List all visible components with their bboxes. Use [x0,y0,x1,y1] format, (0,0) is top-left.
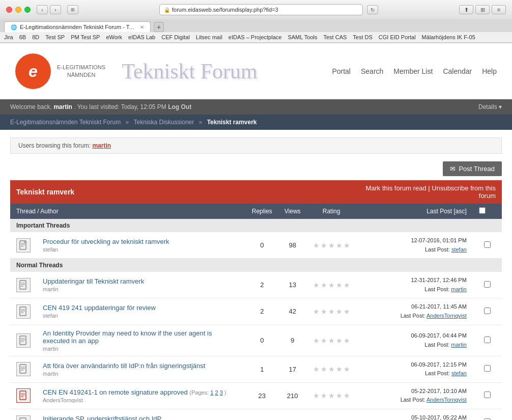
nav-portal[interactable]: Portal [332,67,351,75]
thread-title-cell: Uppdateringar till Tekniskt ramverk mart… [37,272,246,298]
thread-checkbox-cell [473,382,502,409]
forward-button[interactable]: › [50,5,61,14]
important-threads-header: Important Threads [10,219,502,232]
thread-title-link[interactable]: CEN EN 419241-1 on remote signature appr… [43,388,188,396]
document-icon [19,280,28,290]
bookmark-litsec-mail[interactable]: Litsec mail [196,34,222,40]
thread-checkbox-cell [473,325,502,356]
details-label: Details [478,103,497,110]
reload-button[interactable]: ↻ [367,5,378,14]
thread-title-link[interactable]: An Identity Provider may need to know if… [43,329,212,345]
tab-close-button[interactable]: ✕ [140,24,144,30]
nav-expand-button[interactable]: ⊞ [67,5,78,14]
sidebar-toggle-button[interactable]: ≡ [492,5,506,14]
star-3: ★ [328,418,335,420]
nav-search[interactable]: Search [361,67,383,75]
thread-checkbox[interactable] [484,281,491,288]
thread-title-link[interactable]: CEN 419 241 uppdateringar för review [43,304,156,312]
last-post-author-link[interactable]: AndersTornqvist [426,313,467,319]
normal-threads-header: Normal Threads [10,259,502,272]
bookmark-eidas-projectplace[interactable]: eIDAS – Projectplace [229,34,282,40]
nav-calendar[interactable]: Calendar [443,67,472,75]
star-3: ★ [328,391,335,400]
bookmark-cgi-eid-portal[interactable]: CGI EID Portal [379,34,416,40]
last-post-author-link[interactable]: AndersTornqvist [426,397,467,403]
thread-checkbox[interactable] [484,307,491,314]
star-5: ★ [344,418,350,420]
last-post-author-link[interactable]: stefan [451,246,467,253]
last-post-author-link[interactable]: martin [451,286,467,292]
thread-checkbox[interactable] [484,418,491,420]
thread-checkbox[interactable] [484,365,491,372]
table-row: Att föra över användarinfo till IdP:n fr… [10,356,502,382]
nav-help[interactable]: Help [482,67,497,75]
thread-title-link[interactable]: Att föra över användarinfo till IdP:n fr… [43,362,205,370]
bookmark-test-sp[interactable]: Test SP [45,34,65,40]
bookmark-6b[interactable]: 6B [19,34,26,40]
thread-last-post: 06-09-2017, 12:15 PMLast Post: stefan [356,356,473,382]
title-bar: ‹ › ⊞ 🔒 forum.eidasweb.se/forumdisplay.p… [0,0,512,19]
active-tab[interactable]: 🌐 E-Legitimationsnämnden Tekniskt Forum … [4,21,151,32]
table-row: CEN 419 241 uppdateringar för review ste… [10,298,502,325]
thread-checkbox[interactable] [484,241,491,248]
details-arrow: ▾ [499,103,502,110]
col-last-post[interactable]: Last Post [asc] [356,204,473,219]
share-button[interactable]: ⬆ [459,5,473,14]
last-post-author-link[interactable]: stefan [451,370,467,376]
post-thread-button[interactable]: ✉ Post Thread [443,161,502,176]
close-button[interactable] [6,7,12,13]
thread-pages: (Pages: 1 2 3 ) [189,389,226,396]
minimize-button[interactable] [15,7,21,13]
thread-page-2-link[interactable]: 2 [215,389,218,396]
select-all-checkbox[interactable] [479,207,486,214]
thread-icon-cell [10,325,37,356]
unsubscribe-link[interactable]: Unsubscribe from this forum [432,184,496,200]
thread-replies: 2 [246,272,278,298]
thread-icon-cell [10,409,37,420]
bookmark-eidas-lab[interactable]: eIDAS Lab [128,34,155,40]
bookmark-ework[interactable]: eWork [106,34,122,40]
breadcrumb-home[interactable]: E-Legitimationsnämnden Tekniskt Forum [10,119,121,126]
thread-checkbox[interactable] [484,391,491,398]
thread-checkbox[interactable] [484,337,491,343]
thread-icon [16,333,31,348]
thread-author: martin [43,371,240,377]
bookmark-pm-test-sp[interactable]: PM Test SP [71,34,100,40]
back-button[interactable]: ‹ [37,5,48,14]
thread-page-3-link[interactable]: 3 [220,389,223,396]
new-tab-button[interactable]: ⊞ [475,5,490,14]
bookmark-test-cas[interactable]: Test CAS [323,34,347,40]
last-post-author-link[interactable]: martin [451,342,467,348]
bookmark-saml-tools[interactable]: SAML Tools [288,34,317,40]
new-tab-add-button[interactable]: + [154,22,164,32]
thread-icon-cell [10,232,37,259]
bookmark-test-ds[interactable]: Test DS [353,34,373,40]
star-1: ★ [313,418,320,420]
star-2: ★ [321,281,327,289]
thread-title-link[interactable]: Initierande SP, underskriftstjänst och I… [43,415,161,420]
bookmark-cef-digital[interactable]: CEF Digital [161,34,190,40]
star-3: ★ [328,241,335,249]
browsing-username[interactable]: martin [92,142,111,149]
logout-link[interactable]: Log Out [168,103,191,110]
forum-header-actions: Mark this forum read | Unsubscribe from … [356,180,502,204]
thread-page-1-link[interactable]: 1 [210,389,213,396]
thread-rating: ★★★★★ [307,325,356,356]
thread-last-post: 05-10-2017, 05:22 AMLast Post: MagnusAnv… [356,409,473,420]
maximize-button[interactable] [24,7,31,13]
details-button[interactable]: Details ▾ [478,103,502,110]
thread-last-post: 06-09-2017, 04:44 PMLast Post: martin [356,325,473,356]
address-bar[interactable]: 🔒 forum.eidasweb.se/forumdisplay.php?fid… [159,4,363,15]
logo-line1: E-LEGITIMATIONS [57,64,105,71]
mark-forum-read-link[interactable]: Mark this forum read [365,184,426,192]
bookmark-malarhojdens[interactable]: Mälarhöjdens IK F-05 [422,34,475,40]
breadcrumb-tekniska[interactable]: Tekniska Diskussioner [134,119,194,126]
thread-title-link[interactable]: Uppdateringar till Tekniskt ramverk [43,277,144,285]
nav-member-list[interactable]: Member List [393,67,433,75]
rating-stars: ★★★★★ [313,337,350,345]
document-icon [19,335,28,346]
bookmark-8d[interactable]: 8D [32,34,39,40]
bookmark-jira[interactable]: Jira [4,34,13,40]
thread-title-link[interactable]: Procedur för utveckling av tekniskt ramv… [43,238,169,245]
col-replies: Replies [246,204,278,219]
